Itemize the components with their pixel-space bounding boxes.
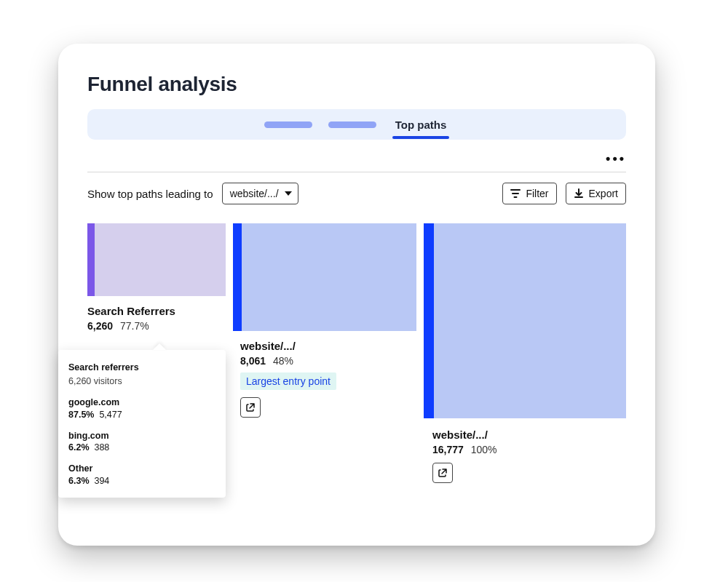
- external-link-icon: [245, 402, 256, 412]
- filter-button[interactable]: Filter: [502, 183, 556, 204]
- lead-label: Show top paths leading to: [87, 188, 213, 200]
- stage-1-name: Search Referrers: [87, 305, 175, 317]
- open-page-button-2[interactable]: [240, 397, 261, 418]
- external-link-icon: [438, 468, 448, 478]
- tabstrip: Top paths: [87, 109, 626, 140]
- stage-1-percent: 77.7%: [120, 320, 149, 332]
- tooltip-row-1: bing.com 6.2% 388: [68, 430, 215, 455]
- export-button-label: Export: [589, 188, 618, 199]
- stage-2-count: 8,061: [240, 355, 266, 367]
- analytics-card: Funnel analysis Top paths ••• Show top p…: [58, 44, 655, 546]
- path-select[interactable]: website/.../: [222, 183, 298, 204]
- filter-button-label: Filter: [526, 188, 548, 199]
- svg-rect-5: [434, 223, 626, 418]
- tooltip-row-2-count: 394: [94, 476, 109, 486]
- svg-rect-4: [424, 223, 434, 418]
- filter-icon: [510, 188, 521, 199]
- page-title: Funnel analysis: [87, 73, 626, 96]
- tooltip-row-2: Other 6.3% 394: [68, 463, 215, 487]
- tooltip-row-0-percent: 87.5%: [68, 410, 94, 420]
- funnel-chart: Search Referrers 6,260 77.7% website/...…: [87, 223, 626, 543]
- tab-top-paths[interactable]: Top paths: [392, 119, 450, 131]
- tooltip-row-0-count: 5,477: [99, 410, 122, 420]
- stage-3-label: website/.../ 16,777 100%: [432, 428, 497, 483]
- stage-3-count: 16,777: [432, 444, 464, 455]
- tooltip-row-2-percent: 6.3%: [68, 476, 90, 486]
- stage-3-name: website/.../: [432, 428, 497, 441]
- stage-1-stats: 6,260 77.7%: [87, 320, 175, 332]
- chevron-down-icon: [285, 191, 292, 196]
- download-icon: [574, 188, 584, 199]
- svg-rect-0: [87, 223, 95, 296]
- tab-underline: [392, 136, 450, 139]
- tooltip-row-1-percent: 6.2%: [68, 442, 90, 453]
- stage-2-label: website/.../ 8,061 48% Largest entry poi…: [240, 340, 336, 418]
- tooltip-row-0-label: google.com: [68, 397, 119, 407]
- stage-2-stats: 8,061 48%: [240, 355, 336, 367]
- tooltip-row-1-count: 388: [94, 442, 109, 453]
- stage-3-percent: 100%: [471, 444, 497, 455]
- tab-placeholder-1[interactable]: [264, 121, 312, 128]
- svg-rect-2: [233, 223, 242, 331]
- export-button[interactable]: Export: [566, 183, 626, 204]
- referrers-tooltip: Search referrers 6,260 visitors google.c…: [58, 350, 226, 498]
- tab-placeholder-2[interactable]: [328, 121, 376, 128]
- more-menu-icon[interactable]: •••: [606, 151, 626, 167]
- svg-rect-3: [242, 223, 416, 331]
- controls-row: Show top paths leading to website/.../ F…: [87, 183, 626, 204]
- divider: [87, 172, 626, 172]
- card-menu-row: •••: [87, 148, 626, 169]
- tab-top-paths-label: Top paths: [395, 119, 447, 131]
- tooltip-row-1-label: bing.com: [68, 431, 109, 441]
- tooltip-row-2-label: Other: [68, 463, 92, 474]
- tooltip-row-0: google.com 87.5% 5,477: [68, 396, 215, 421]
- path-select-value: website/.../: [230, 188, 279, 199]
- tooltip-title: Search referrers: [68, 362, 215, 374]
- largest-entry-badge: Largest entry point: [240, 372, 336, 390]
- stage-1-label: Search Referrers 6,260 77.7%: [87, 305, 175, 332]
- stage-3-stats: 16,777 100%: [432, 444, 497, 455]
- svg-rect-1: [95, 223, 226, 296]
- stage-1-count: 6,260: [87, 320, 113, 332]
- stage-2-percent: 48%: [273, 355, 293, 367]
- stage-2-name: website/.../: [240, 340, 336, 352]
- tooltip-subtitle: 6,260 visitors: [68, 375, 215, 388]
- open-page-button-3[interactable]: [432, 463, 453, 483]
